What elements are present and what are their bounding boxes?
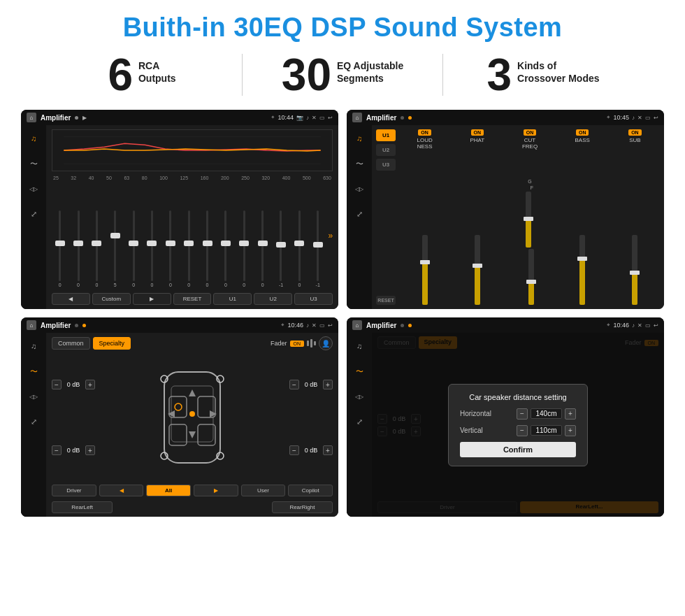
loudness-on[interactable]: ON — [418, 129, 431, 136]
vertical-plus[interactable]: + — [565, 425, 576, 436]
eq-slider-0[interactable]: 0 — [52, 210, 68, 287]
plus-tl[interactable]: + — [85, 380, 95, 389]
eq-slider-2[interactable]: 0 — [89, 210, 105, 287]
back-icon-2: ↩ — [654, 115, 658, 121]
side-nav-4: ♫ 〜 ◁▷ ⤢ — [347, 333, 372, 517]
reset-btn-2[interactable]: RESET — [376, 296, 396, 305]
eq-sliders-row: 0 0 0 5 — [52, 183, 333, 290]
tab-common-3[interactable]: Common — [52, 337, 90, 350]
minus-tl[interactable]: − — [52, 380, 62, 389]
nav-eq-3[interactable]: ♫ — [26, 338, 41, 354]
nav-eq-2[interactable]: ♫ — [352, 131, 367, 146]
minus-br[interactable]: − — [289, 445, 299, 455]
nav-expand-2[interactable]: ⤢ — [352, 206, 367, 222]
eq-slider-14[interactable]: -1 — [310, 210, 326, 287]
plus-tr[interactable]: + — [323, 380, 333, 389]
nav-expand-4[interactable]: ⤢ — [352, 414, 367, 429]
eq-slider-3[interactable]: 5 — [107, 210, 123, 287]
all-btn-3[interactable]: All — [146, 485, 191, 496]
home-icon-4[interactable]: ⌂ — [352, 320, 362, 330]
u1-btn-1[interactable]: U1 — [213, 293, 252, 305]
confirm-button[interactable]: Confirm — [460, 442, 576, 457]
nav-vol-4[interactable]: ◁▷ — [352, 389, 367, 404]
status-bar-2: ⌂ Amplifier ⌖ 10:45 ♪ ✕ ▭ ↩ — [347, 110, 664, 125]
nav-vol-1[interactable]: ◁▷ — [26, 181, 41, 196]
status-dot-4a — [401, 324, 404, 327]
left-arrow-3[interactable]: ◀ — [120, 487, 124, 494]
reset-btn-1[interactable]: RESET — [173, 293, 212, 305]
rearight-btn2-3[interactable]: RearRight — [272, 501, 333, 513]
plus-bl[interactable]: + — [85, 445, 95, 455]
nav-wave-3[interactable]: 〜 — [26, 364, 41, 379]
x-icon-3: ✕ — [312, 322, 317, 329]
cutfreq-on[interactable]: ON — [524, 129, 537, 136]
channel-loudness: ON LOUDNESS — [400, 129, 449, 305]
cutfreq-slider[interactable]: G F — [526, 151, 534, 305]
stat-crossover: 3 Kinds ofCrossover Modes — [450, 52, 636, 97]
home-icon-2[interactable]: ⌂ — [352, 113, 362, 122]
phat-slider[interactable] — [475, 145, 480, 305]
channel-bass: ON BASS — [558, 129, 607, 305]
nav-eq-1[interactable]: ♫ — [26, 131, 41, 146]
sub-on[interactable]: ON — [628, 129, 642, 136]
preset-u2[interactable]: U2 — [376, 144, 396, 156]
nav-vol-2[interactable]: ◁▷ — [352, 181, 367, 196]
home-icon-1[interactable]: ⌂ — [27, 113, 36, 122]
gps-icon-4: ⌖ — [607, 322, 610, 329]
rearleft-btn2-3[interactable]: RearLeft — [52, 501, 113, 513]
status-dot-2a — [401, 116, 404, 120]
sub-slider[interactable] — [632, 145, 637, 305]
bass-slider[interactable] — [579, 145, 585, 305]
home-icon-3[interactable]: ⌂ — [27, 320, 36, 330]
tab-specialty-3[interactable]: Specialty — [93, 337, 131, 350]
nav-vol-3[interactable]: ◁▷ — [26, 389, 41, 404]
horizontal-minus[interactable]: − — [517, 408, 528, 420]
preset-u1[interactable]: U1 — [376, 129, 396, 141]
user-btn-3[interactable]: User — [241, 485, 286, 496]
u2-btn-1[interactable]: U2 — [254, 293, 292, 305]
nav-eq-4[interactable]: ♫ — [352, 338, 367, 354]
eq-slider-7[interactable]: 0 — [181, 210, 197, 287]
minus-bl[interactable]: − — [52, 445, 62, 455]
preset-u3[interactable]: U3 — [376, 159, 396, 171]
fader-bars-3 — [307, 339, 316, 348]
u3-btn-1[interactable]: U3 — [294, 293, 333, 305]
eq-slider-1[interactable]: 0 — [70, 210, 86, 287]
nav-expand-1[interactable]: ⤢ — [26, 206, 41, 222]
loudness-slider[interactable] — [422, 151, 428, 305]
prev-preset-btn[interactable]: ◀ — [52, 293, 90, 305]
plus-br[interactable]: + — [323, 445, 333, 455]
minus-tr[interactable]: − — [289, 380, 299, 389]
eq-slider-8[interactable]: 0 — [199, 210, 215, 287]
user-icon-3[interactable]: 👤 — [319, 336, 333, 350]
vertical-minus[interactable]: − — [517, 425, 528, 436]
driver-btn-3[interactable]: Driver — [52, 485, 96, 496]
status-bar-left-4: ⌂ Amplifier — [352, 320, 412, 330]
eq-slider-4[interactable]: 0 — [125, 210, 141, 287]
status-bar-right-2: ⌖ 10:45 ♪ ✕ ▭ ↩ — [607, 114, 658, 121]
eq-more-arrow[interactable]: » — [328, 231, 333, 241]
fader-on-3[interactable]: ON — [290, 341, 305, 347]
nav-wave-4[interactable]: 〜 — [352, 364, 367, 379]
eq-slider-11[interactable]: 0 — [254, 210, 271, 287]
status-dot-3a — [75, 324, 78, 327]
eq-slider-6[interactable]: 0 — [162, 210, 178, 287]
status-bar-left-2: ⌂ Amplifier — [352, 113, 412, 122]
nav-expand-3[interactable]: ⤢ — [26, 414, 41, 429]
nav-wave-1[interactable]: 〜 — [26, 156, 41, 171]
copilot-btn-3[interactable]: Copilot — [288, 485, 333, 496]
eq-slider-10[interactable]: 0 — [236, 210, 252, 287]
phat-on[interactable]: ON — [471, 129, 484, 136]
next-preset-btn[interactable]: ▶ — [133, 293, 171, 305]
bass-on[interactable]: ON — [576, 129, 589, 136]
nav-wave-2[interactable]: 〜 — [352, 156, 367, 171]
status-bar-4: ⌂ Amplifier ⌖ 10:46 ♪ ✕ ▭ ↩ — [347, 317, 664, 333]
eq-slider-9[interactable]: 0 — [217, 210, 233, 287]
right-arrow-3[interactable]: ▶ — [214, 487, 218, 494]
eq-slider-5[interactable]: 0 — [144, 210, 160, 287]
eq-slider-13[interactable]: 0 — [291, 210, 308, 287]
db-row-tl: − 0 dB + — [52, 380, 95, 389]
divider-2 — [442, 54, 443, 96]
horizontal-plus[interactable]: + — [565, 408, 576, 420]
eq-slider-12[interactable]: -1 — [273, 210, 289, 287]
